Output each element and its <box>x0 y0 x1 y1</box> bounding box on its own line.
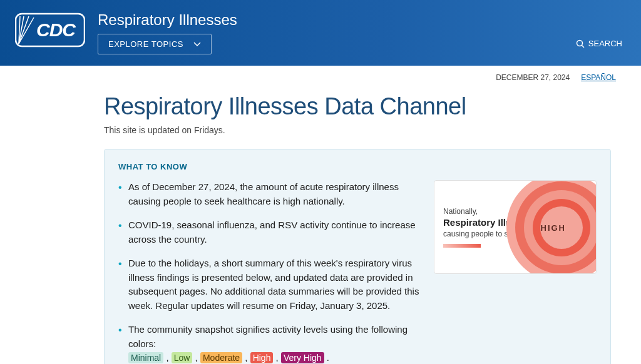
list-item: The community snapshot signifies activit… <box>118 323 421 364</box>
main-content: Respiratory Illnesses Data Channel This … <box>104 87 611 364</box>
svg-point-6 <box>577 40 582 46</box>
what-to-know-card: WHAT TO KNOW As of December 27, 2024, th… <box>104 149 611 364</box>
level-badge-minimal: Minimal <box>128 352 163 363</box>
page-subtitle: This site is updated on Fridays. <box>104 125 611 135</box>
search-icon <box>576 39 585 48</box>
snapshot-level-bar <box>443 244 481 248</box>
level-badge-moderate: Moderate <box>200 352 242 363</box>
level-badge-veryhigh: Very High <box>281 352 324 363</box>
key-points-list: As of December 27, 2024, the amount of a… <box>118 180 421 364</box>
national-snapshot-card[interactable]: Nationally, Respiratory Illness causing … <box>434 180 597 274</box>
snapshot-level-label: HIGH <box>541 223 567 233</box>
chevron-down-icon <box>193 42 201 47</box>
search-label: SEARCH <box>588 39 622 48</box>
explore-topics-label: EXPLORE TOPICS <box>108 39 183 49</box>
svg-line-7 <box>582 45 584 48</box>
list-item: COVID-19, seasonal influenza, and RSV ac… <box>118 218 421 246</box>
utility-bar: DECEMBER 27, 2024 ESPAÑOL <box>0 66 641 87</box>
search-button[interactable]: SEARCH <box>576 39 622 48</box>
what-to-know-heading: WHAT TO KNOW <box>118 162 597 171</box>
list-item: As of December 27, 2024, the amount of a… <box>118 180 421 208</box>
page-title: Respiratory Illnesses Data Channel <box>104 93 611 120</box>
site-title[interactable]: Respiratory Illnesses <box>98 11 626 29</box>
level-badge-low: Low <box>172 352 193 363</box>
svg-text:CDC: CDC <box>36 19 76 40</box>
language-link-spanish[interactable]: ESPAÑOL <box>581 73 616 82</box>
list-item: Due to the holidays, a short summary of … <box>118 256 421 313</box>
explore-topics-button[interactable]: EXPLORE TOPICS <box>98 34 212 54</box>
color-legend-intro: The community snapshot signifies activit… <box>128 324 408 349</box>
page-date: DECEMBER 27, 2024 <box>496 73 570 82</box>
cdc-logo[interactable]: CDC <box>15 11 85 51</box>
site-header: CDC Respiratory Illnesses EXPLORE TOPICS… <box>0 0 641 66</box>
level-badge-high: High <box>250 352 274 363</box>
